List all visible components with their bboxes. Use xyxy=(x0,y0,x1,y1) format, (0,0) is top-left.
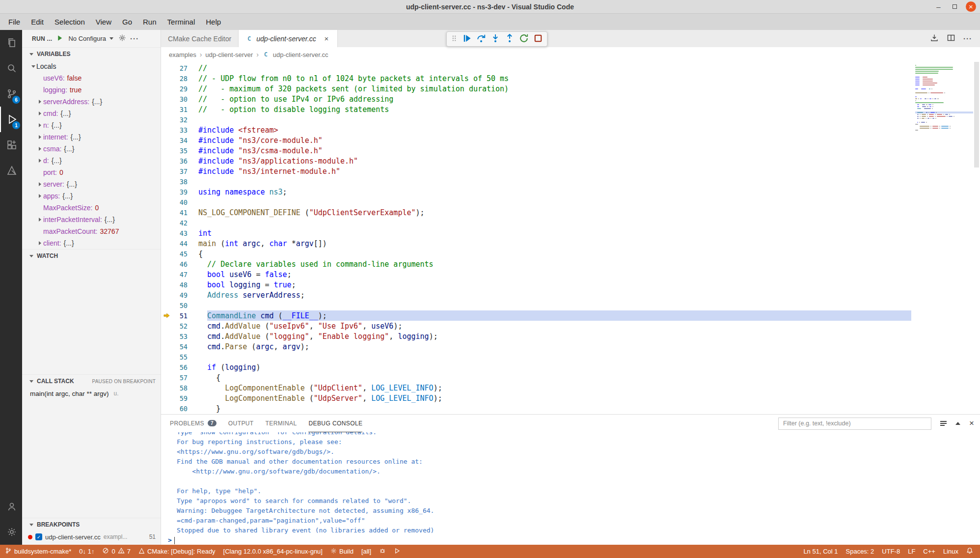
console-filter-input[interactable] xyxy=(778,418,931,430)
breakpoint-row[interactable]: udp-client-server.cc exampl... 51 xyxy=(22,531,161,543)
code-line[interactable]: 47 bool useV6 = false; xyxy=(161,269,911,279)
step-over-button[interactable] xyxy=(476,33,486,45)
statusbar-debug-target[interactable] xyxy=(375,545,390,558)
split-editor-icon[interactable] xyxy=(947,33,955,44)
code-line[interactable]: 57 { xyxy=(161,372,911,383)
variable-row[interactable]: logging:true xyxy=(22,84,161,96)
scope-locals-row[interactable]: Locals xyxy=(22,60,161,72)
variable-row[interactable]: server:{...} xyxy=(22,178,161,190)
editor-scrollbar[interactable] xyxy=(973,62,980,414)
statusbar-kit[interactable]: [Clang 12.0.0 x86_64-pc-linux-gnu] xyxy=(219,545,327,558)
menu-item-edit[interactable]: Edit xyxy=(26,14,49,30)
code-line[interactable]: 60 } xyxy=(161,403,911,414)
variable-row[interactable]: MaxPacketSize:0 xyxy=(22,202,161,214)
watch-section-header[interactable]: WATCH xyxy=(22,249,161,262)
code-line[interactable]: 42 xyxy=(161,218,911,228)
tab-cmake-cache-editor[interactable]: CMake Cache Editor xyxy=(161,30,239,47)
activitybar-cmake[interactable] xyxy=(0,158,22,183)
more-actions-icon[interactable] xyxy=(963,34,972,43)
more-actions-icon[interactable] xyxy=(130,34,139,43)
statusbar-build-button[interactable]: Build xyxy=(327,545,357,558)
step-into-button[interactable] xyxy=(490,33,500,45)
code-line[interactable]: 30// - option to use IPv4 or IPv6 addres… xyxy=(161,94,911,104)
variable-row[interactable]: maxPacketCount:32767 xyxy=(22,225,161,237)
statusbar-os[interactable]: Linux xyxy=(939,545,962,558)
stop-button[interactable] xyxy=(533,33,543,45)
statusbar-launch[interactable] xyxy=(390,545,404,558)
code-line[interactable]: 31// - option to disable logging stateme… xyxy=(161,104,911,114)
menu-item-help[interactable]: Help xyxy=(200,14,226,30)
statusbar-indentation[interactable]: Spaces: 2 xyxy=(842,545,878,558)
panel-tab-terminal[interactable]: TERMINAL xyxy=(266,415,297,432)
code-line[interactable]: 41NS_LOG_COMPONENT_DEFINE ("UdpClientSer… xyxy=(161,207,911,218)
code-line[interactable]: 28// - UDP flow from n0 to n1 of 1024 by… xyxy=(161,73,911,84)
variable-row[interactable]: cmd:{...} xyxy=(22,108,161,119)
code-line[interactable]: 51 CommandLine cmd (__FILE__); xyxy=(161,310,911,321)
variable-row[interactable]: serverAddress:{...} xyxy=(22,96,161,108)
menu-item-terminal[interactable]: Terminal xyxy=(162,14,201,30)
statusbar-cursor-position[interactable]: Ln 51, Col 1 xyxy=(799,545,842,558)
code-line[interactable]: 43int xyxy=(161,228,911,238)
statusbar-language[interactable]: C++ xyxy=(919,545,939,558)
breadcrumb-folder[interactable]: examples xyxy=(169,51,196,58)
panel-tab-problems[interactable]: PROBLEMS 7 xyxy=(170,415,217,432)
statusbar-eol[interactable]: LF xyxy=(904,545,919,558)
code-line[interactable]: 46 // Declare variables used in command-… xyxy=(161,259,911,269)
code-line[interactable]: 55 xyxy=(161,352,911,362)
variable-row[interactable]: d:{...} xyxy=(22,155,161,167)
code-line[interactable]: 36#include "ns3/applications-module.h" xyxy=(161,156,911,166)
activitybar-extensions[interactable] xyxy=(0,132,22,158)
activitybar-run-and-debug[interactable]: 1 xyxy=(0,107,22,132)
panel-tab-debug-console[interactable]: DEBUG CONSOLE xyxy=(308,415,362,432)
debug-console[interactable]: Type "show configuration" for configurat… xyxy=(161,432,980,545)
code-line[interactable]: 32 xyxy=(161,114,911,125)
code-line[interactable]: 53 cmd.AddValue ("logging", "Enable logg… xyxy=(161,331,911,341)
menu-item-run[interactable]: Run xyxy=(137,14,162,30)
variable-row[interactable]: n:{...} xyxy=(22,119,161,131)
menu-item-view[interactable]: View xyxy=(90,14,117,30)
statusbar-branch[interactable]: buildsystem-cmake* xyxy=(1,545,75,558)
code-line[interactable]: 39using namespace ns3; xyxy=(161,187,911,197)
code-line[interactable]: 49 Address serverAddress; xyxy=(161,290,911,300)
continue-button[interactable] xyxy=(462,33,472,45)
drag-grip-icon[interactable] xyxy=(451,34,458,44)
menu-item-file[interactable]: File xyxy=(3,14,26,30)
minimap[interactable] xyxy=(913,64,973,133)
stack-frame-row[interactable]: main(int argc, char ** argv) u. xyxy=(22,388,161,399)
variable-row[interactable]: interPacketInterval:{...} xyxy=(22,214,161,225)
debug-config-dropdown[interactable]: No Configura xyxy=(67,34,114,43)
code-editor[interactable]: 27//28// - UDP flow from n0 to n1 of 102… xyxy=(161,62,980,414)
code-line[interactable]: 44main (int argc, char *argv[]) xyxy=(161,238,911,249)
variables-section-header[interactable]: VARIABLES xyxy=(22,47,161,60)
statusbar-problems[interactable]: 0 7 xyxy=(98,545,134,558)
start-debug-button[interactable] xyxy=(56,34,63,43)
statusbar-notifications[interactable] xyxy=(962,545,977,558)
panel-tab-output[interactable]: OUTPUT xyxy=(228,415,254,432)
activitybar-accounts[interactable] xyxy=(0,494,22,519)
clear-console-icon[interactable] xyxy=(940,421,947,426)
debug-console-input[interactable]: > xyxy=(168,535,980,545)
statusbar-sync[interactable]: 0↓ 1↑ xyxy=(75,545,98,558)
code-line[interactable]: 50 xyxy=(161,300,911,310)
code-line[interactable]: 33#include <fstream> xyxy=(161,125,911,135)
breadcrumb-folder[interactable]: udp-client-server xyxy=(205,51,253,58)
breakpoints-section-header[interactable]: BREAKPOINTS xyxy=(22,518,161,531)
code-line[interactable]: 34#include "ns3/core-module.h" xyxy=(161,135,911,145)
code-line[interactable]: 45{ xyxy=(161,249,911,259)
restore-icon[interactable] xyxy=(950,1,960,12)
maximize-panel-icon[interactable] xyxy=(955,422,960,425)
callstack-section-header[interactable]: CALL STACK PAUSED ON BREAKPOINT xyxy=(22,374,161,388)
code-line[interactable]: 37#include "ns3/internet-module.h" xyxy=(161,166,911,176)
debug-configure-button[interactable] xyxy=(118,34,126,43)
close-icon[interactable] xyxy=(966,1,976,12)
breakpoint-checkbox[interactable] xyxy=(35,533,42,540)
variable-row[interactable]: client:{...} xyxy=(22,237,161,249)
breadcrumb-file[interactable]: udp-client-server.cc xyxy=(273,51,328,58)
step-out-button[interactable] xyxy=(505,33,515,45)
restart-button[interactable] xyxy=(519,33,529,45)
activitybar-settings[interactable] xyxy=(0,519,22,545)
code-line[interactable]: 59 LogComponentEnable ("UdpServer", LOG_… xyxy=(161,393,911,403)
statusbar-build-target[interactable]: [all] xyxy=(357,545,375,558)
activitybar-source-control[interactable]: 6 xyxy=(0,81,22,107)
code-line[interactable]: 38 xyxy=(161,176,911,187)
